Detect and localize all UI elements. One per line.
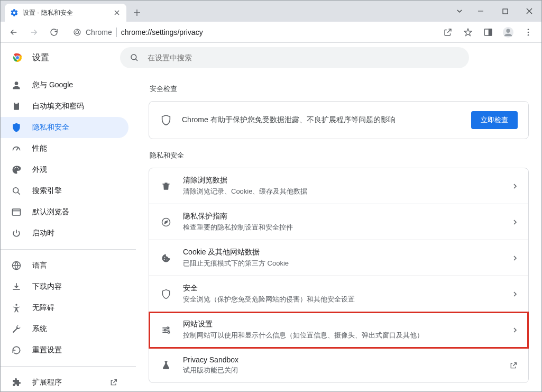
svg-rect-23 — [13, 209, 21, 215]
safety-check-button[interactable]: 立即检查 — [471, 111, 518, 129]
svg-point-19 — [15, 167, 16, 168]
settings-search[interactable] — [120, 47, 469, 68]
shield-icon — [160, 288, 172, 300]
tab-title: 设置 - 隐私和安全 — [23, 8, 108, 17]
sidebar-item-label: 下载内容 — [32, 282, 62, 291]
browser-tab[interactable]: 设置 - 隐私和安全 — [5, 4, 126, 22]
address-bar[interactable]: Chrome chrome://settings/privacy — [67, 24, 435, 40]
svg-rect-16 — [14, 103, 19, 110]
row-clear-browsing-data[interactable]: 清除浏览数据 清除浏览记录、Cookie、缓存及其他数据 — [149, 168, 528, 204]
maximize-button[interactable] — [493, 3, 517, 19]
profile-avatar[interactable] — [499, 23, 517, 41]
close-window-button[interactable] — [517, 3, 541, 19]
speedometer-icon — [11, 143, 22, 154]
sidebar-item-reset[interactable]: 重置设置 — [1, 340, 128, 361]
sidebar-item-label: 性能 — [32, 144, 47, 153]
sidebar-item-accessibility[interactable]: 无障碍 — [1, 297, 128, 318]
sidebar-item-system[interactable]: 系统 — [1, 318, 128, 340]
chevron-right-icon — [512, 327, 518, 333]
row-privacy-guide[interactable]: 隐私保护指南 检查重要的隐私控制设置和安全控件 — [149, 204, 528, 240]
svg-point-9 — [528, 31, 529, 33]
settings-sidebar[interactable]: 您与 Google 自动填充和密码 隐私和安全 性能 外观 — [1, 72, 136, 391]
row-subtitle: 试用版功能已关闭 — [183, 366, 499, 375]
sidebar-item-label: 自动填充和密码 — [32, 102, 84, 111]
sidebar-item-label: 扩展程序 — [32, 378, 62, 387]
cookie-icon — [160, 252, 172, 265]
sidebar-item-label: 语言 — [32, 261, 47, 270]
privacy-list-card: 清除浏览数据 清除浏览记录、Cookie、缓存及其他数据 隐私保护指南 检查重要… — [149, 168, 529, 383]
sidebar-item-appearance[interactable]: 外观 — [1, 159, 128, 180]
row-title: 安全 — [183, 284, 502, 293]
sidebar-item-you-and-google[interactable]: 您与 Google — [1, 75, 128, 96]
row-subtitle: 检查重要的隐私控制设置和安全控件 — [183, 223, 502, 232]
sidebar-item-languages[interactable]: 语言 — [1, 255, 128, 276]
window-titlebar: 设置 - 隐私和安全 — [1, 1, 541, 22]
sidebar-item-label: 启动时 — [32, 229, 54, 238]
trash-icon — [160, 180, 172, 193]
sidebar-item-downloads[interactable]: 下载内容 — [1, 276, 128, 297]
sidebar-divider — [1, 366, 136, 367]
safety-check-card: Chrome 有助于保护您免受数据泄露、不良扩展程序等问题的影响 立即检查 — [149, 101, 529, 139]
sidebar-item-extensions[interactable]: 扩展程序 — [1, 372, 128, 391]
svg-point-29 — [164, 257, 166, 258]
svg-point-20 — [17, 167, 18, 168]
sidebar-item-privacy[interactable]: 隐私和安全 — [1, 117, 128, 138]
sidebar-item-label: 系统 — [32, 324, 47, 334]
globe-icon — [11, 260, 22, 271]
svg-rect-27 — [162, 184, 169, 185]
row-title: Cookie 及其他网站数据 — [183, 248, 502, 257]
sidebar-item-autofill[interactable]: 自动填充和密码 — [1, 96, 128, 117]
sidebar-item-default-browser[interactable]: 默认浏览器 — [1, 202, 128, 223]
shield-icon — [11, 122, 22, 133]
palette-icon — [11, 165, 22, 175]
bookmark-star-icon[interactable] — [459, 23, 477, 41]
svg-point-22 — [13, 188, 19, 193]
chrome-icon — [73, 28, 81, 37]
open-in-new-icon — [109, 378, 118, 387]
svg-point-30 — [164, 259, 165, 260]
minimize-button[interactable] — [468, 3, 493, 19]
row-title: Privacy Sandbox — [183, 355, 499, 364]
power-icon — [11, 228, 22, 239]
settings-header: 设置 — [1, 43, 541, 72]
back-button[interactable] — [5, 23, 23, 41]
svg-point-26 — [15, 304, 17, 306]
row-privacy-sandbox[interactable]: Privacy Sandbox 试用版功能已关闭 — [149, 348, 528, 382]
row-site-settings[interactable]: 网站设置 控制网站可以使用和显示什么信息（如位置信息、摄像头、弹出式窗口及其他） — [149, 312, 528, 348]
settings-search-input[interactable] — [146, 53, 460, 62]
svg-point-2 — [76, 31, 78, 33]
chrome-logo-icon — [11, 51, 24, 64]
row-subtitle: 清除浏览记录、Cookie、缓存及其他数据 — [183, 187, 502, 196]
row-title: 网站设置 — [183, 320, 502, 329]
row-cookies[interactable]: Cookie 及其他网站数据 已阻止无痕模式下的第三方 Cookie — [149, 240, 528, 276]
sidebar-item-label: 您与 Google — [32, 80, 73, 90]
url-text: chrome://settings/privacy — [121, 28, 429, 37]
sidebar-item-performance[interactable]: 性能 — [1, 138, 128, 159]
svg-point-34 — [168, 331, 169, 333]
share-icon[interactable] — [439, 23, 457, 41]
row-subtitle: 已阻止无痕模式下的第三方 Cookie — [183, 259, 502, 268]
accessibility-icon — [11, 303, 22, 313]
forward-button[interactable] — [25, 23, 43, 41]
side-panel-icon[interactable] — [479, 23, 497, 41]
svg-rect-0 — [503, 9, 508, 14]
settings-main[interactable]: 安全检查 Chrome 有助于保护您免受数据泄露、不良扩展程序等问题的影响 立即… — [136, 72, 541, 391]
row-title: 隐私保护指南 — [183, 212, 502, 221]
search-icon — [130, 53, 139, 62]
reload-button[interactable] — [45, 23, 63, 41]
kebab-menu-icon[interactable] — [519, 23, 537, 41]
close-tab-icon[interactable] — [113, 8, 121, 17]
svg-rect-17 — [15, 102, 18, 104]
sidebar-item-label: 搜索引擎 — [32, 186, 62, 196]
sidebar-divider — [1, 249, 136, 250]
svg-rect-5 — [489, 29, 492, 35]
shield-icon — [160, 114, 172, 126]
sidebar-item-search-engine[interactable]: 搜索引擎 — [1, 180, 128, 202]
new-tab-button[interactable] — [130, 5, 144, 20]
person-icon — [11, 80, 22, 90]
sidebar-item-label: 重置设置 — [32, 345, 62, 355]
compass-icon — [160, 216, 172, 229]
chevron-down-icon[interactable] — [451, 7, 468, 15]
sidebar-item-onstartup[interactable]: 启动时 — [1, 223, 128, 244]
row-security[interactable]: 安全 安全浏览（保护您免受危险网站的侵害）和其他安全设置 — [149, 276, 528, 312]
